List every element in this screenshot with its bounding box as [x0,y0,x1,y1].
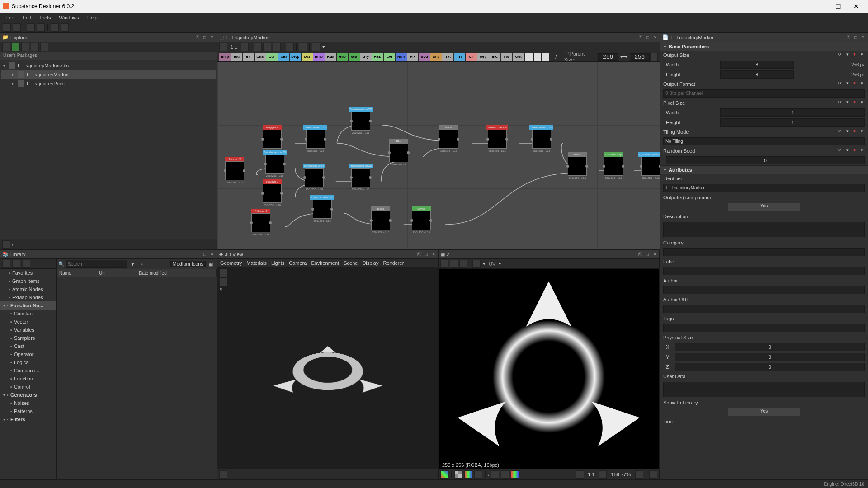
tile-icon[interactable] [440,260,448,268]
category-nrm[interactable]: Nrm [396,53,407,61]
menu-icon[interactable]: ▾ [844,52,850,58]
library-category[interactable]: ▪FxMap Nodes [0,293,56,301]
float-icon[interactable]: □ [424,252,429,257]
category-lvl[interactable]: Lvl [384,53,395,61]
attributes-section[interactable]: Attributes [660,165,868,174]
float-icon[interactable]: □ [202,35,208,40]
view3d-menu-camera[interactable]: Camera [289,260,307,266]
link-icon[interactable] [21,43,29,51]
tree-item-graph[interactable]: ▸ T_TrajectoryPoint [1,79,216,88]
options-icon[interactable] [472,260,481,268]
library-category[interactable]: ▪Patterns [0,407,56,415]
more-icon[interactable]: ▾ [859,148,865,154]
category-gry[interactable]: Gry [360,53,372,61]
close-icon[interactable]: ✕ [652,35,658,40]
config-icon[interactable] [219,470,227,479]
library-category[interactable]: ▪Constant [0,310,56,318]
output-width-input[interactable] [720,61,794,69]
menu-windows[interactable]: Windows [55,14,83,21]
one-to-one-button[interactable]: 1:1 [586,472,596,477]
library-category[interactable]: ▪Generators [0,391,56,399]
phys-z-input[interactable] [675,363,865,371]
author-input[interactable] [663,286,865,294]
expand-icon[interactable]: ▸ [12,72,18,77]
frame-icon[interactable] [533,53,541,61]
preview-icon[interactable] [286,43,294,51]
split-icon[interactable] [474,470,482,479]
more-icon[interactable]: ▾ [859,52,865,58]
library-category[interactable]: ▪Operator [0,350,56,358]
category-out[interactable]: Out [513,53,524,61]
col-date[interactable]: Date modified [136,269,217,277]
category-txt[interactable]: Txt [442,53,453,61]
category-pix[interactable]: Pix [407,53,419,61]
close-button[interactable]: ✕ [847,0,865,13]
rgb-icon[interactable] [440,470,448,479]
zoom2d-icon[interactable] [599,470,607,479]
menu-tools[interactable]: Tools [36,14,55,21]
view2d-viewport[interactable]: 256 x 256 (RGBA, 16bpc) [439,269,659,469]
graph-node[interactable]: Shader Checker256x256 - L16 [486,125,508,152]
play-icon[interactable] [12,43,20,51]
maximize-button[interactable]: ☐ [829,0,847,13]
library-categories[interactable]: ▪Favorites▪Graph Items▪Atomic Nodes▪FxMa… [0,259,57,479]
description-input[interactable] [663,222,865,237]
library-category[interactable]: ▪Vector [0,318,56,326]
category-dbl[interactable]: DBl [278,53,289,61]
float-icon[interactable]: □ [645,35,651,40]
view-mode-icon[interactable]: ▦ [207,261,215,267]
parent-size-h[interactable] [630,53,650,61]
color-icon[interactable] [511,470,519,479]
float-icon[interactable]: □ [202,252,208,257]
category-bmp[interactable]: Bmp [219,53,231,61]
category-dwp[interactable]: DWp [290,53,301,61]
one-to-one-button[interactable]: 1:1 [229,44,239,50]
view3d-menu-geometry[interactable]: Geometry [220,260,242,266]
info-icon[interactable] [2,240,10,249]
seed-input[interactable] [666,156,865,164]
inherit-icon[interactable]: ⟳ [837,81,843,87]
channels-icon[interactable] [464,470,472,479]
menu-icon[interactable]: ▾ [844,81,850,87]
more-icon[interactable]: ▾ [859,81,865,87]
menu-file[interactable]: File [3,14,18,21]
view3d-menu-scene[interactable]: Scene [344,260,358,266]
dock-icon[interactable]: ⇱ [638,35,643,40]
reset-icon[interactable]: ■ [851,148,858,154]
menu-icon[interactable]: ▾ [844,100,850,106]
refresh-icon[interactable] [3,23,11,32]
info-icon[interactable]: i [552,54,559,60]
library-category[interactable]: ▪Atomic Nodes [0,285,56,293]
search-input[interactable] [66,260,127,268]
refresh-size-icon[interactable] [650,53,658,61]
save-icon[interactable] [27,23,35,32]
col-name[interactable]: Name [57,269,96,277]
col-url[interactable]: Url [96,269,136,277]
category-gra[interactable]: Gra [349,53,360,61]
uv-label[interactable]: UV [487,261,497,267]
link-icon[interactable]: ⟷ [618,54,629,60]
close-icon[interactable]: ✕ [209,35,215,40]
label-input[interactable] [663,267,865,275]
view3d-menu-environment[interactable]: Environment [311,260,339,266]
align-icon[interactable] [273,43,281,51]
close-icon[interactable]: ✕ [652,252,657,257]
graph-node[interactable]: Blend256x256 - L16 [439,125,458,152]
library-category[interactable]: ▪Logical [0,358,56,366]
graph-node[interactable]: Transformation 2D256x256 - L16 [310,195,334,222]
category-bld[interactable]: Bld [231,53,242,61]
undo-icon[interactable] [51,23,59,32]
pixel-width-input[interactable] [720,108,865,117]
library-category[interactable]: ▪Variables [0,326,56,334]
reset-icon[interactable]: ■ [851,129,858,135]
grid3d-icon[interactable] [219,278,227,286]
graph-node[interactable]: Transformation 2D256x256 - L16 [529,125,553,152]
library-category[interactable]: ▪Favorites [0,269,56,277]
pin-icon[interactable] [542,53,549,61]
menu-icon[interactable]: ▾ [844,148,850,154]
reset-icon[interactable]: ■ [851,52,858,58]
show-library-button[interactable]: Yes [728,408,800,416]
graph-node[interactable]: Directional Warp256x256 - L16 [303,164,325,191]
close-icon[interactable]: ✕ [431,252,436,257]
phys-y-input[interactable] [675,353,865,361]
